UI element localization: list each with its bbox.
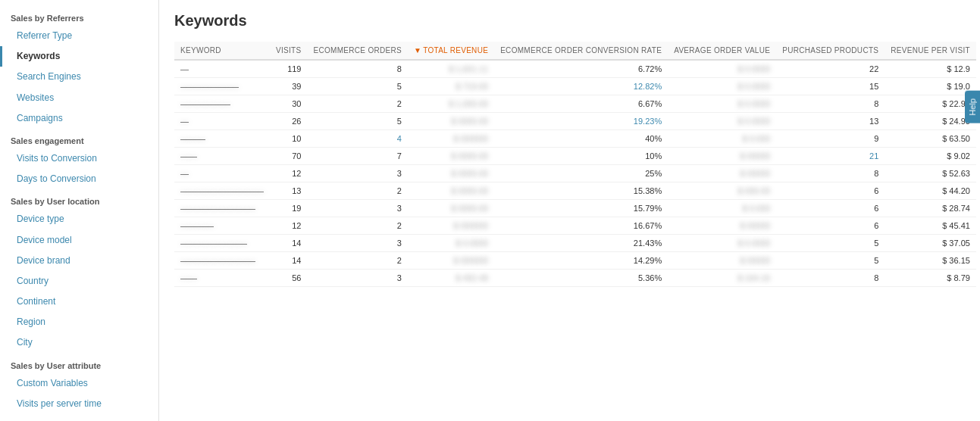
cell-revenue-per-visit: $ 19.0 [885, 78, 976, 95]
cell-visits: 10 [270, 130, 307, 148]
sidebar-item-campaigns[interactable]: Campaigns [0, 108, 158, 129]
cell-revenue-per-visit: $ 22.95 [885, 95, 976, 113]
table-row: ———————395$ 719.0012.82%$ 0.000015$ 19.0 [174, 78, 976, 95]
cell-conversion-rate: 10% [494, 148, 668, 165]
col-header-conversion-rate[interactable]: Ecommerce Order Conversion Rate [494, 42, 668, 60]
cell-ecommerce-orders: 3 [307, 165, 407, 182]
cell-avg-order-value: $ 00000 [668, 252, 776, 270]
sidebar-item-device-model[interactable]: Device model [0, 230, 158, 251]
cell-visits: 30 [270, 95, 307, 113]
cell-total-revenue: $ 000000 [408, 130, 494, 148]
cell-conversion-rate: 25% [494, 165, 668, 182]
sidebar-item-referrer-type[interactable]: Referrer Type [0, 26, 158, 46]
col-header-total-revenue[interactable]: ▼Total Revenue [408, 42, 494, 60]
col-header-avg-order-value[interactable]: Average Order Value [668, 42, 776, 60]
cell-total-revenue: $ 1,000.00 [408, 95, 494, 113]
sidebar: Sales by ReferrersReferrer TypeKeywordsS… [0, 0, 159, 421]
cell-revenue-per-visit: $ 8.79 [885, 270, 976, 287]
cell-keyword: — [174, 113, 270, 130]
cell-purchased-products: 13 [776, 113, 885, 130]
help-button[interactable]: Help [965, 91, 980, 123]
cell-ecommerce-orders: 8 [307, 60, 407, 78]
table-row: ——563$ 492.485.36%$ 164.168$ 8.79 [174, 270, 976, 287]
sidebar-item-device-type[interactable]: Device type [0, 209, 158, 229]
col-header-revenue-per-visit[interactable]: Revenue Per Visit [885, 42, 976, 60]
cell-avg-order-value: $ 000.00 [668, 182, 776, 200]
cell-conversion-rate: 12.82% [494, 78, 668, 95]
table-row: —123$ 0000.0025%$ 000008$ 52.63 [174, 165, 976, 182]
sidebar-section-sales-by-user-attribute: Sales by User attribute [0, 354, 158, 373]
cell-keyword: ———— [174, 217, 270, 235]
col-header-visits[interactable]: Visits [270, 42, 307, 60]
cell-purchased-products: 15 [776, 78, 885, 95]
table-row: ————122$ 00000016.67%$ 000006$ 45.41 [174, 217, 976, 235]
cell-revenue-per-visit: $ 37.05 [885, 235, 976, 252]
cell-total-revenue: $ 0000.00 [408, 182, 494, 200]
sidebar-item-device-brand[interactable]: Device brand [0, 251, 158, 271]
table-row: ———104$ 00000040%$ 0.0009$ 63.50 [174, 130, 976, 148]
cell-avg-order-value: $ 0.0000 [668, 113, 776, 130]
sidebar-item-visits-to-conversion[interactable]: Visits to Conversion [0, 148, 158, 169]
cell-ecommerce-orders: 2 [307, 182, 407, 200]
sidebar-item-region[interactable]: Region [0, 312, 158, 332]
cell-ecommerce-orders: 3 [307, 270, 407, 287]
cell-purchased-products: 5 [776, 235, 885, 252]
cell-purchased-products: 6 [776, 217, 885, 235]
cell-avg-order-value: $ 0.0000 [668, 235, 776, 252]
cell-conversion-rate: 14.29% [494, 252, 668, 270]
cell-ecommerce-orders: 2 [307, 252, 407, 270]
table-row: —————————193$ 0000.0015.79%$ 0.0006$ 28.… [174, 200, 976, 217]
cell-visits: 56 [270, 270, 307, 287]
col-header-keyword[interactable]: Keyword [174, 42, 270, 60]
sidebar-section-sales-by-user-location: Sales by User location [0, 189, 158, 209]
sidebar-item-keywords[interactable]: Keywords [0, 46, 158, 67]
cell-purchased-products: 8 [776, 165, 885, 182]
cell-ecommerce-orders: 5 [307, 113, 407, 130]
sidebar-item-days-to-conversion[interactable]: Days to Conversion [0, 169, 158, 189]
cell-ecommerce-orders: 5 [307, 78, 407, 95]
sidebar-item-websites[interactable]: Websites [0, 88, 158, 108]
sidebar-item-visits-per-server-time[interactable]: Visits per server time [0, 394, 158, 414]
cell-avg-order-value: $ 0.0000 [668, 78, 776, 95]
cell-visits: 70 [270, 148, 307, 165]
sidebar-item-search-engines[interactable]: Search Engines [0, 67, 158, 87]
cell-visits: 39 [270, 78, 307, 95]
sidebar-item-city[interactable]: City [0, 332, 158, 353]
sidebar-item-custom-variables[interactable]: Custom Variables [0, 373, 158, 394]
sidebar-item-continent[interactable]: Continent [0, 292, 158, 312]
cell-total-revenue: $ 000000 [408, 252, 494, 270]
cell-purchased-products: 8 [776, 95, 885, 113]
cell-keyword: ————————— [174, 252, 270, 270]
table-row: —1198$ 1,601.116.72%$ 0.000022$ 12.9 [174, 60, 976, 78]
cell-ecommerce-orders: 2 [307, 217, 407, 235]
cell-avg-order-value: $ 0.000 [668, 200, 776, 217]
cell-avg-order-value: $ 00000 [668, 148, 776, 165]
cell-keyword: ——— [174, 130, 270, 148]
cell-purchased-products: 5 [776, 252, 885, 270]
cell-revenue-per-visit: $ 28.74 [885, 200, 976, 217]
cell-visits: 13 [270, 182, 307, 200]
cell-avg-order-value: $ 00000 [668, 165, 776, 182]
cell-conversion-rate: 21.43% [494, 235, 668, 252]
cell-avg-order-value: $ 00000 [668, 217, 776, 235]
cell-total-revenue: $ 492.48 [408, 270, 494, 287]
col-header-purchased-products[interactable]: Purchased Products [776, 42, 885, 60]
cell-keyword: ————————— [174, 200, 270, 217]
cell-ecommerce-orders: 4 [307, 130, 407, 148]
cell-keyword: —— [174, 270, 270, 287]
cell-keyword: —— [174, 148, 270, 165]
cell-total-revenue: $ 0000.00 [408, 165, 494, 182]
cell-conversion-rate: 15.38% [494, 182, 668, 200]
col-header-ecommerce-orders[interactable]: Ecommerce Orders [307, 42, 407, 60]
cell-revenue-per-visit: $ 9.02 [885, 148, 976, 165]
cell-ecommerce-orders: 3 [307, 200, 407, 217]
cell-total-revenue: $ 0000.00 [408, 113, 494, 130]
cell-conversion-rate: 6.67% [494, 95, 668, 113]
table-body: —1198$ 1,601.116.72%$ 0.000022$ 12.9————… [174, 60, 976, 287]
cell-total-revenue: $ 1,601.11 [408, 60, 494, 78]
cell-revenue-per-visit: $ 12.9 [885, 60, 976, 78]
sidebar-item-country[interactable]: Country [0, 271, 158, 292]
cell-revenue-per-visit: $ 63.50 [885, 130, 976, 148]
cell-purchased-products: 9 [776, 130, 885, 148]
cell-total-revenue: $ 000000 [408, 217, 494, 235]
